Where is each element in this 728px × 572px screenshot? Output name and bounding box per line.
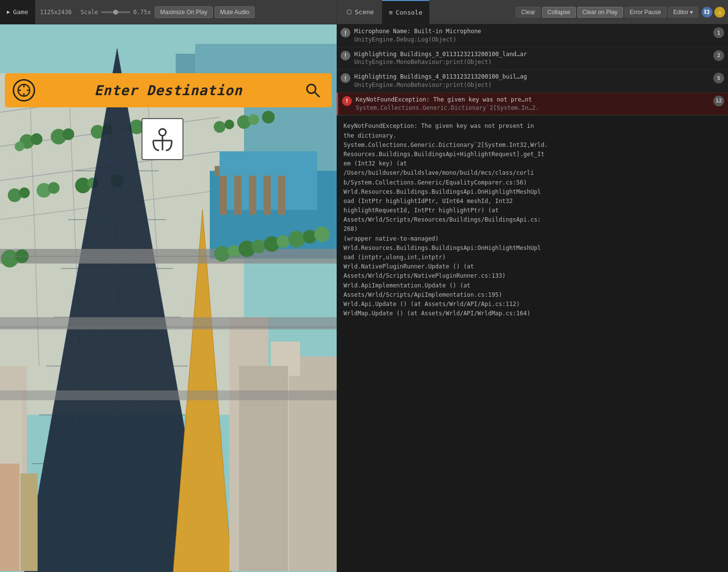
info-badge: ℹ 3	[702, 7, 712, 18]
warn-badge: ⚠	[714, 7, 725, 18]
svg-point-99	[159, 129, 166, 136]
tab-scene[interactable]: ⬡ Scene	[340, 0, 381, 24]
tab-game[interactable]: ▶ Game	[0, 0, 35, 24]
crosshair-icon	[13, 79, 35, 102]
svg-point-30	[8, 188, 21, 202]
svg-point-22	[31, 133, 42, 145]
clear-on-play-button[interactable]: Clear on Play	[577, 7, 623, 18]
scale-section: Scale 0.75x	[77, 9, 155, 16]
svg-point-33	[48, 182, 60, 194]
tab-scene-label: Scene	[355, 8, 374, 16]
svg-point-23	[15, 142, 24, 151]
collapse-button[interactable]: Collapse	[542, 7, 576, 18]
clear-button[interactable]: Clear	[516, 7, 541, 18]
svg-point-81	[214, 246, 230, 262]
tab-console-label: Console	[396, 9, 423, 16]
error-pause-button[interactable]: Error Pause	[625, 7, 667, 18]
console-panel: ! Microphone Name: Built-in Microphone U…	[337, 24, 728, 572]
scale-label: Scale	[81, 9, 98, 16]
svg-point-84	[252, 240, 265, 253]
svg-point-38	[224, 120, 234, 129]
warn-log-icon: !	[341, 28, 350, 38]
console-log-list: ! Microphone Name: Built-in Microphone U…	[337, 24, 728, 116]
svg-rect-74	[263, 176, 271, 215]
log-entry[interactable]: ! Highlighting Buildings_4_0113123213200…	[337, 70, 728, 93]
tab-console[interactable]: ≡ Console	[382, 0, 429, 24]
resolution-label: 1125x2436	[35, 9, 77, 16]
svg-rect-78	[0, 390, 337, 400]
editor-button[interactable]: Editor ▾	[668, 7, 698, 18]
game-view-panel: Enter Destination	[0, 24, 337, 572]
log-text: Highlighting Buildings_3_011312321320010…	[354, 50, 709, 67]
svg-point-82	[228, 245, 241, 258]
log-text: Highlighting Buildings_4_011312321320010…	[354, 73, 709, 89]
error-log-icon: !	[342, 96, 352, 106]
svg-point-89	[314, 226, 330, 242]
search-placeholder-text: Enter Destination	[35, 82, 302, 99]
anchor-icon-box	[142, 118, 183, 160]
maximize-on-play-button[interactable]: Maximize On Play	[155, 6, 213, 18]
mute-audio-button[interactable]: Mute Audio	[215, 6, 255, 18]
warn-log-icon: !	[341, 51, 350, 61]
log-entry[interactable]: ! Highlighting Buildings_3_0113123213200…	[337, 47, 728, 70]
info-count: 3	[706, 9, 709, 16]
warn-icon: ⚠	[718, 9, 721, 16]
svg-point-40	[248, 114, 259, 125]
scale-value: 0.75x	[133, 9, 151, 16]
svg-point-86	[277, 235, 289, 248]
svg-point-41	[262, 111, 275, 123]
play-icon: ▶	[7, 9, 10, 15]
console-detail-text: KeyNotFoundException: The given key was …	[337, 116, 728, 572]
editor-label: Editor	[673, 9, 688, 16]
log-count: 12	[713, 96, 724, 106]
scale-slider[interactable]	[101, 11, 130, 13]
svg-point-39	[237, 115, 251, 129]
svg-rect-73	[249, 176, 256, 215]
log-count: 1	[713, 27, 724, 38]
log-text: Microphone Name: Built-in Microphone Uni…	[354, 27, 709, 44]
log-entry[interactable]: ! Microphone Name: Built-in Microphone U…	[337, 24, 728, 47]
svg-rect-67	[20, 473, 38, 571]
tab-game-label: Game	[13, 8, 28, 16]
log-count: 5	[713, 73, 724, 83]
warn-log-icon: !	[341, 73, 350, 83]
search-bar[interactable]: Enter Destination	[5, 73, 332, 107]
log-entry-error[interactable]: ! KeyNotFoundException: The given key wa…	[337, 93, 728, 116]
svg-point-31	[19, 187, 30, 198]
svg-point-37	[214, 121, 225, 133]
scene-icon: ⬡	[346, 8, 352, 16]
svg-rect-66	[0, 464, 20, 571]
svg-rect-75	[278, 176, 285, 215]
search-icon[interactable]	[302, 79, 324, 102]
log-count: 2	[713, 50, 724, 61]
svg-point-87	[288, 231, 305, 247]
svg-rect-65	[289, 376, 337, 571]
svg-point-25	[62, 128, 74, 140]
log-text: KeyNotFoundException: The given key was …	[356, 96, 709, 112]
badge-group: ℹ 3 ⚠	[702, 7, 725, 18]
svg-rect-71	[220, 176, 227, 215]
svg-rect-72	[234, 176, 242, 215]
svg-rect-77	[0, 317, 337, 329]
svg-line-98	[315, 92, 319, 97]
game-scene: Enter Destination	[0, 24, 337, 572]
console-icon: ≡	[389, 9, 393, 16]
chevron-down-icon: ▾	[690, 9, 693, 16]
